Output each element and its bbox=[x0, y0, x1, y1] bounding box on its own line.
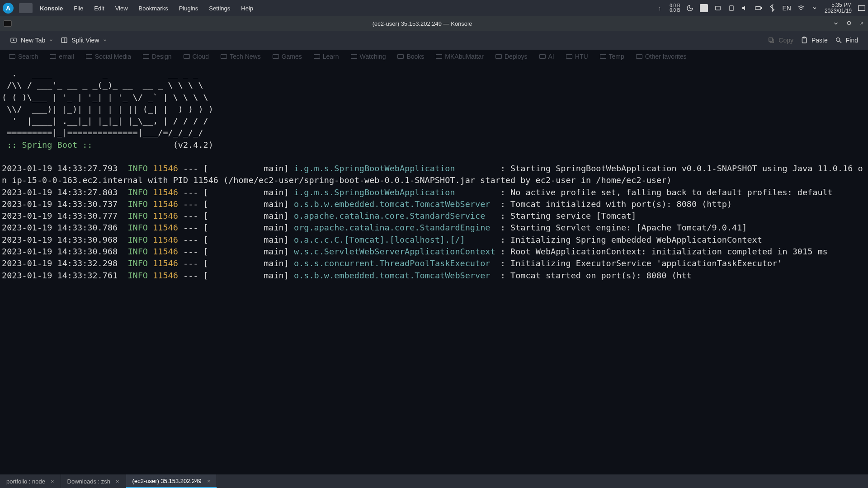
maximize-button[interactable] bbox=[846, 20, 852, 27]
keyboard-layout[interactable]: EN bbox=[782, 5, 791, 12]
bluetooth-icon[interactable] bbox=[769, 5, 776, 12]
bm-search: Search bbox=[9, 53, 38, 60]
clipboard-icon[interactable] bbox=[728, 5, 735, 12]
window-titlebar[interactable]: (ec2-user) 35.153.202.249 — Konsole bbox=[0, 16, 868, 31]
bm-mka: MKAbuMattar bbox=[436, 53, 484, 60]
split-view-button[interactable]: Split View bbox=[57, 35, 111, 46]
bm-htu: HTU bbox=[566, 53, 588, 60]
bm-design: Design bbox=[143, 53, 172, 60]
svg-rect-2 bbox=[755, 7, 761, 10]
menu-bookmarks[interactable]: Bookmarks bbox=[139, 5, 168, 12]
menu-view[interactable]: View bbox=[115, 5, 128, 12]
copy-button[interactable]: Copy bbox=[764, 35, 797, 46]
menu-file[interactable]: File bbox=[74, 5, 83, 12]
svg-rect-9 bbox=[770, 39, 774, 42]
clock[interactable]: 5:35 PM 2023/01/19 bbox=[825, 2, 852, 14]
menu-settings[interactable]: Settings bbox=[209, 5, 230, 12]
bm-cloud: Cloud bbox=[184, 53, 209, 60]
network-stats: 0.0 B 0.0 B bbox=[670, 4, 680, 13]
wifi-icon[interactable] bbox=[797, 5, 805, 12]
minimize-button[interactable] bbox=[833, 20, 839, 27]
svg-rect-1 bbox=[730, 6, 733, 11]
svg-rect-0 bbox=[716, 6, 721, 10]
tray-app-icon[interactable] bbox=[700, 4, 708, 12]
terminal-output[interactable]: . ____ _ __ _ _ /\\ / ___'_ __ _ _(_)_ _… bbox=[0, 63, 868, 474]
battery-icon[interactable] bbox=[755, 5, 762, 12]
upload-icon: ↑ bbox=[656, 5, 663, 12]
close-icon[interactable]: × bbox=[207, 478, 211, 484]
terminal-icon bbox=[4, 20, 12, 27]
bm-learn: Learn bbox=[314, 53, 339, 60]
svg-rect-3 bbox=[761, 8, 762, 9]
close-icon[interactable]: × bbox=[51, 478, 54, 485]
bm-deploys: Deploys bbox=[495, 53, 528, 60]
close-button[interactable] bbox=[859, 20, 864, 27]
svg-rect-10 bbox=[769, 38, 773, 42]
menu-help[interactable]: Help bbox=[241, 5, 253, 12]
svg-point-13 bbox=[836, 38, 840, 42]
bm-books: Books bbox=[397, 53, 424, 60]
menu-edit[interactable]: Edit bbox=[94, 5, 104, 12]
bm-other: Other favorites bbox=[636, 53, 687, 60]
tab-downloads[interactable]: Downloads : zsh× bbox=[61, 474, 126, 488]
menu-plugins[interactable]: Plugins bbox=[179, 5, 198, 12]
close-icon[interactable]: × bbox=[116, 478, 119, 485]
task-manager-icon[interactable] bbox=[19, 3, 33, 13]
window-title: (ec2-user) 35.153.202.249 — Konsole bbox=[12, 20, 833, 27]
desktop-panel: A Konsole File Edit View Bookmarks Plugi… bbox=[0, 0, 868, 16]
bm-games: Games bbox=[273, 53, 302, 60]
bm-watching: Watching bbox=[351, 53, 386, 60]
bm-tech: Tech News bbox=[221, 53, 260, 60]
svg-line-14 bbox=[840, 41, 841, 43]
show-desktop-icon[interactable] bbox=[858, 5, 865, 12]
bm-email: email bbox=[50, 53, 74, 60]
paste-button[interactable]: Paste bbox=[797, 35, 831, 46]
active-app-name: Konsole bbox=[40, 5, 63, 12]
night-mode-icon[interactable] bbox=[686, 5, 693, 12]
new-tab-button[interactable]: New Tab bbox=[6, 35, 57, 46]
chevron-down-icon[interactable] bbox=[811, 5, 818, 12]
background-bookmarks-bar: Search email Social Media Design Cloud T… bbox=[0, 50, 868, 63]
find-button[interactable]: Find bbox=[831, 35, 862, 46]
app-launcher-icon[interactable]: A bbox=[3, 3, 14, 14]
toolbar: New Tab Split View Copy Paste Find bbox=[0, 31, 868, 50]
terminal-tab-bar: portfolio : node× Downloads : zsh× (ec2-… bbox=[0, 474, 868, 488]
svg-rect-4 bbox=[859, 6, 865, 11]
tab-portfolio[interactable]: portfolio : node× bbox=[0, 474, 61, 488]
volume-icon[interactable] bbox=[741, 5, 749, 12]
bm-social: Social Media bbox=[86, 53, 131, 60]
tray-dropdown-icon[interactable] bbox=[714, 5, 722, 12]
bm-ai: AI bbox=[539, 53, 554, 60]
tab-ec2[interactable]: (ec2-user) 35.153.202.249× bbox=[126, 474, 217, 488]
bm-temp: Temp bbox=[600, 53, 624, 60]
svg-point-5 bbox=[847, 21, 851, 25]
